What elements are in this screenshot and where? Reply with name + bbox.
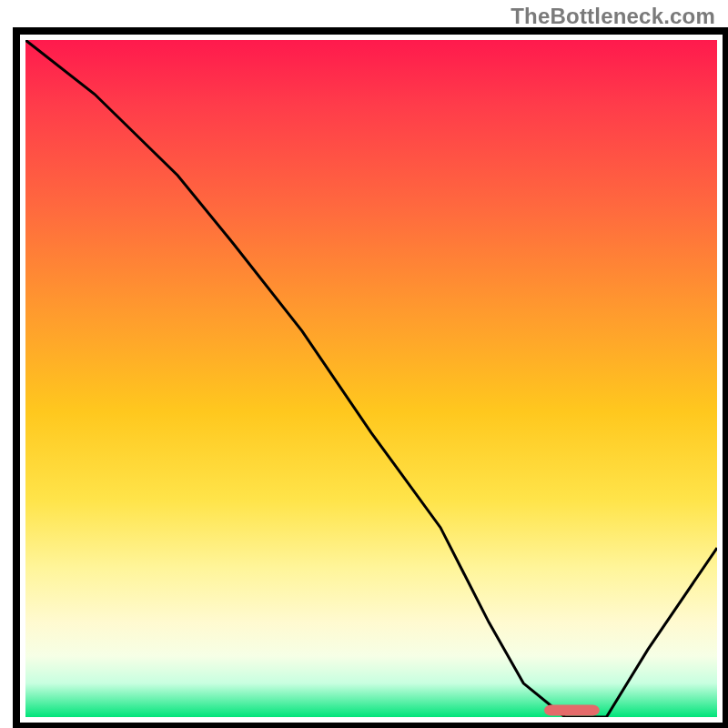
- chart-gradient-background: [25, 40, 717, 717]
- watermark-text: TheBottleneck.com: [511, 4, 715, 29]
- chart-stage: TheBottleneck.com: [0, 0, 728, 728]
- chart-frame: [13, 27, 728, 728]
